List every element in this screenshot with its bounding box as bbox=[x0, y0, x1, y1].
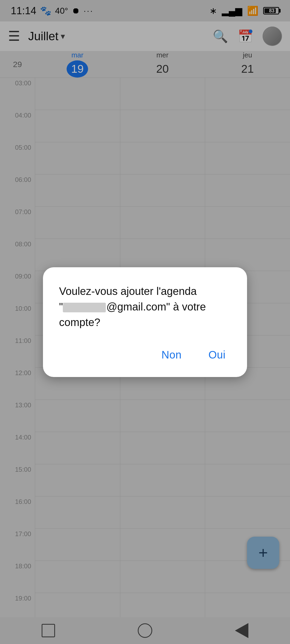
add-calendar-dialog: Voulez-vous ajouter l'agenda "@gmail.com… bbox=[43, 267, 247, 377]
dialog-message: Voulez-vous ajouter l'agenda "@gmail.com… bbox=[59, 283, 231, 330]
dialog-overlay: Voulez-vous ajouter l'agenda "@gmail.com… bbox=[0, 0, 290, 644]
dialog-no-button[interactable]: Non bbox=[156, 346, 187, 364]
dialog-email-blur bbox=[63, 303, 106, 312]
dialog-yes-button[interactable]: Oui bbox=[203, 346, 231, 364]
dialog-text-part1: Voulez-vous ajouter l'agenda bbox=[59, 285, 197, 297]
dialog-actions: Non Oui bbox=[59, 346, 231, 364]
